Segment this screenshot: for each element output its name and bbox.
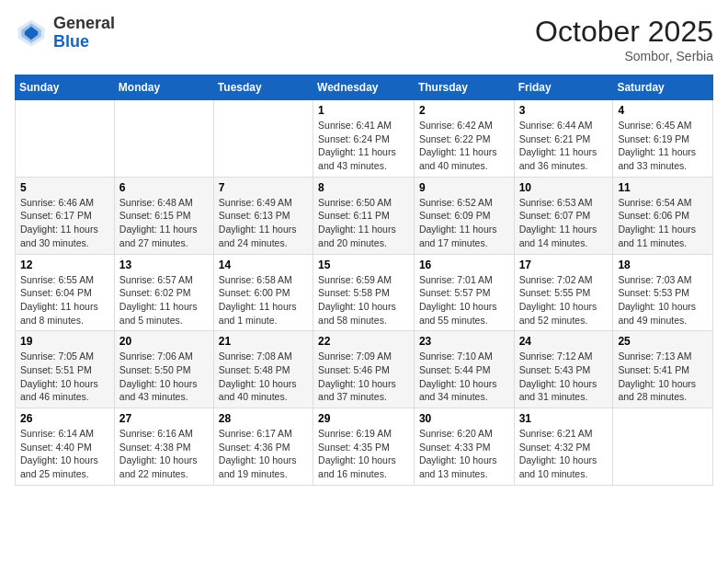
day-number: 26 (20, 412, 109, 425)
calendar-cell: 8Sunrise: 6:50 AM Sunset: 6:11 PM Daylig… (313, 177, 415, 254)
calendar-cell: 6Sunrise: 6:48 AM Sunset: 6:15 PM Daylig… (114, 177, 213, 254)
title-block: October 2025 Sombor, Serbia (535, 15, 713, 63)
day-info: Sunrise: 7:01 AM Sunset: 5:57 PM Dayligh… (419, 273, 509, 327)
day-number: 23 (419, 335, 509, 348)
calendar-cell: 9Sunrise: 6:52 AM Sunset: 6:09 PM Daylig… (414, 177, 514, 254)
day-info: Sunrise: 7:09 AM Sunset: 5:46 PM Dayligh… (318, 350, 409, 404)
weekday-header: Tuesday (213, 75, 313, 100)
day-info: Sunrise: 7:06 AM Sunset: 5:50 PM Dayligh… (119, 350, 209, 404)
day-info: Sunrise: 6:52 AM Sunset: 6:09 PM Dayligh… (419, 196, 509, 250)
day-info: Sunrise: 6:45 AM Sunset: 6:19 PM Dayligh… (618, 119, 708, 173)
day-info: Sunrise: 6:19 AM Sunset: 4:35 PM Dayligh… (318, 427, 409, 481)
calendar-cell: 28Sunrise: 6:17 AM Sunset: 4:36 PM Dayli… (213, 408, 313, 486)
month-title: October 2025 (535, 15, 713, 49)
day-info: Sunrise: 6:41 AM Sunset: 6:24 PM Dayligh… (318, 119, 409, 173)
day-number: 25 (618, 335, 708, 348)
day-number: 31 (519, 412, 609, 425)
day-number: 8 (318, 181, 409, 194)
day-info: Sunrise: 7:08 AM Sunset: 5:48 PM Dayligh… (219, 350, 308, 404)
day-info: Sunrise: 6:44 AM Sunset: 6:21 PM Dayligh… (519, 119, 609, 173)
calendar-cell: 16Sunrise: 7:01 AM Sunset: 5:57 PM Dayli… (414, 254, 514, 331)
day-number: 29 (318, 412, 409, 425)
location: Sombor, Serbia (535, 49, 713, 63)
day-info: Sunrise: 7:10 AM Sunset: 5:44 PM Dayligh… (419, 350, 509, 404)
calendar-cell: 2Sunrise: 6:42 AM Sunset: 6:22 PM Daylig… (414, 100, 514, 178)
day-number: 19 (20, 335, 109, 348)
weekday-header: Wednesday (313, 75, 415, 100)
calendar-cell: 14Sunrise: 6:58 AM Sunset: 6:00 PM Dayli… (213, 254, 313, 331)
day-number: 14 (219, 259, 308, 271)
day-number: 12 (20, 259, 109, 271)
weekday-header: Sunday (16, 75, 115, 100)
day-number: 7 (219, 181, 308, 194)
calendar-table: SundayMondayTuesdayWednesdayThursdayFrid… (15, 75, 713, 486)
calendar-cell: 7Sunrise: 6:49 AM Sunset: 6:13 PM Daylig… (213, 177, 313, 254)
day-number: 21 (219, 335, 308, 348)
calendar-cell (213, 100, 313, 178)
day-info: Sunrise: 6:50 AM Sunset: 6:11 PM Dayligh… (318, 196, 409, 250)
day-info: Sunrise: 6:16 AM Sunset: 4:38 PM Dayligh… (119, 427, 209, 481)
calendar-cell: 12Sunrise: 6:55 AM Sunset: 6:04 PM Dayli… (16, 254, 115, 331)
calendar-cell (16, 100, 115, 178)
calendar-cell: 21Sunrise: 7:08 AM Sunset: 5:48 PM Dayli… (213, 331, 313, 408)
calendar-cell: 10Sunrise: 6:53 AM Sunset: 6:07 PM Dayli… (514, 177, 613, 254)
calendar-cell: 11Sunrise: 6:54 AM Sunset: 6:06 PM Dayli… (613, 177, 713, 254)
weekday-header: Monday (114, 75, 213, 100)
day-info: Sunrise: 7:02 AM Sunset: 5:55 PM Dayligh… (519, 273, 609, 327)
day-info: Sunrise: 7:05 AM Sunset: 5:51 PM Dayligh… (20, 350, 109, 404)
day-number: 24 (519, 335, 609, 348)
calendar-week-row: 19Sunrise: 7:05 AM Sunset: 5:51 PM Dayli… (16, 331, 713, 408)
weekday-header-row: SundayMondayTuesdayWednesdayThursdayFrid… (16, 75, 713, 100)
day-number: 2 (419, 104, 509, 117)
day-number: 3 (519, 104, 609, 117)
day-info: Sunrise: 6:48 AM Sunset: 6:15 PM Dayligh… (119, 196, 209, 250)
day-number: 9 (419, 181, 509, 194)
day-number: 15 (318, 259, 409, 271)
day-info: Sunrise: 6:58 AM Sunset: 6:00 PM Dayligh… (219, 273, 308, 327)
day-number: 16 (419, 259, 509, 271)
day-number: 27 (119, 412, 209, 425)
calendar-cell: 19Sunrise: 7:05 AM Sunset: 5:51 PM Dayli… (16, 331, 115, 408)
day-number: 13 (119, 259, 209, 271)
day-number: 20 (119, 335, 209, 348)
day-info: Sunrise: 6:20 AM Sunset: 4:33 PM Dayligh… (419, 427, 509, 481)
day-info: Sunrise: 6:21 AM Sunset: 4:32 PM Dayligh… (519, 427, 609, 481)
weekday-header: Saturday (613, 75, 713, 100)
logo-general: General (53, 15, 115, 33)
day-number: 17 (519, 259, 609, 271)
calendar-cell: 13Sunrise: 6:57 AM Sunset: 6:02 PM Dayli… (114, 254, 213, 331)
day-number: 10 (519, 181, 609, 194)
calendar-cell: 25Sunrise: 7:13 AM Sunset: 5:41 PM Dayli… (613, 331, 713, 408)
day-info: Sunrise: 6:14 AM Sunset: 4:40 PM Dayligh… (20, 427, 109, 481)
day-info: Sunrise: 6:49 AM Sunset: 6:13 PM Dayligh… (219, 196, 308, 250)
calendar-cell: 20Sunrise: 7:06 AM Sunset: 5:50 PM Dayli… (114, 331, 213, 408)
calendar-cell: 24Sunrise: 7:12 AM Sunset: 5:43 PM Dayli… (514, 331, 613, 408)
day-number: 11 (618, 181, 708, 194)
calendar-cell: 3Sunrise: 6:44 AM Sunset: 6:21 PM Daylig… (514, 100, 613, 178)
day-info: Sunrise: 6:46 AM Sunset: 6:17 PM Dayligh… (20, 196, 109, 250)
day-number: 30 (419, 412, 509, 425)
calendar-cell (613, 408, 713, 486)
weekday-header: Thursday (414, 75, 514, 100)
page-header: General Blue October 2025 Sombor, Serbia (15, 15, 713, 63)
calendar-week-row: 1Sunrise: 6:41 AM Sunset: 6:24 PM Daylig… (16, 100, 713, 178)
calendar-cell: 26Sunrise: 6:14 AM Sunset: 4:40 PM Dayli… (16, 408, 115, 486)
day-number: 18 (618, 259, 708, 271)
calendar-cell: 27Sunrise: 6:16 AM Sunset: 4:38 PM Dayli… (114, 408, 213, 486)
calendar-week-row: 5Sunrise: 6:46 AM Sunset: 6:17 PM Daylig… (16, 177, 713, 254)
day-number: 6 (119, 181, 209, 194)
logo-text: General Blue (53, 15, 115, 52)
calendar-cell: 15Sunrise: 6:59 AM Sunset: 5:58 PM Dayli… (313, 254, 415, 331)
calendar-cell: 22Sunrise: 7:09 AM Sunset: 5:46 PM Dayli… (313, 331, 415, 408)
day-number: 28 (219, 412, 308, 425)
calendar-cell: 1Sunrise: 6:41 AM Sunset: 6:24 PM Daylig… (313, 100, 415, 178)
day-info: Sunrise: 6:54 AM Sunset: 6:06 PM Dayligh… (618, 196, 708, 250)
logo-icon (15, 17, 48, 50)
day-info: Sunrise: 7:12 AM Sunset: 5:43 PM Dayligh… (519, 350, 609, 404)
day-info: Sunrise: 6:42 AM Sunset: 6:22 PM Dayligh… (419, 119, 509, 173)
day-number: 4 (618, 104, 708, 117)
calendar-cell: 5Sunrise: 6:46 AM Sunset: 6:17 PM Daylig… (16, 177, 115, 254)
day-info: Sunrise: 7:03 AM Sunset: 5:53 PM Dayligh… (618, 273, 708, 327)
day-info: Sunrise: 6:59 AM Sunset: 5:58 PM Dayligh… (318, 273, 409, 327)
logo-blue: Blue (53, 33, 115, 52)
